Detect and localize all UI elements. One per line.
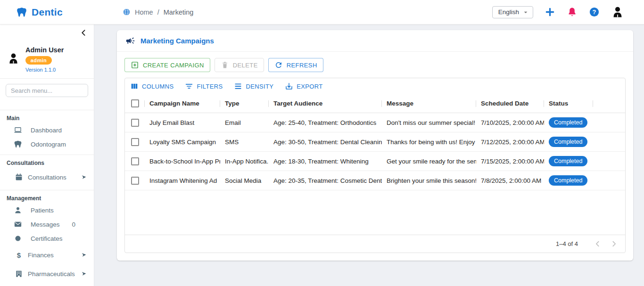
chevron-left-icon — [80, 29, 88, 37]
menu-search-input[interactable] — [6, 84, 88, 97]
columns-button[interactable]: COLUMNS — [130, 82, 173, 90]
sidebar-item-prescriptions[interactable]: Prescriptions — [0, 283, 94, 286]
add-button[interactable] — [545, 7, 555, 17]
help-button[interactable]: ? — [589, 7, 600, 17]
notifications-button[interactable] — [567, 7, 578, 17]
user-menu-button[interactable] — [611, 6, 624, 19]
sidebar-item-pharmaceuticals[interactable]: Pharmaceuticals — [0, 264, 94, 283]
language-select[interactable]: English — [492, 6, 533, 18]
row-checkbox[interactable] — [131, 157, 139, 165]
status-badge: Completed — [549, 175, 587, 186]
sidebar-item-label: Odontogram — [31, 141, 66, 148]
cell-status: Completed — [544, 156, 593, 166]
create-campaign-button[interactable]: CREATE CAMPAIGN — [124, 58, 210, 72]
user-name: Admin User — [25, 46, 64, 54]
delete-label: DELETE — [233, 62, 258, 69]
sidebar-collapse-button[interactable] — [80, 29, 88, 38]
checkbox-cell — [125, 132, 145, 151]
row-checkbox[interactable] — [131, 138, 139, 146]
sidebar-item-patients[interactable]: Patients — [0, 203, 94, 217]
column-header-type[interactable]: Type — [220, 94, 269, 113]
status-badge: Completed — [549, 137, 587, 147]
svg-text:?: ? — [593, 8, 596, 16]
tooth-logo-icon — [16, 7, 27, 18]
help-icon: ? — [589, 7, 600, 17]
table-row: Loyalty SMS CampaignSMSAge: 30-50, Treat… — [125, 132, 625, 152]
sidebar-item-messages[interactable]: Messages0 — [0, 217, 94, 231]
export-button[interactable]: EXPORT — [285, 82, 322, 90]
column-header-campaign-name[interactable]: Campaign Name — [145, 94, 220, 113]
main-content: Marketing Campaigns CREATE CAMPAIGN DELE… — [94, 25, 644, 286]
brand-name: Dentic — [32, 7, 63, 18]
sidebar-item-consultations[interactable]: Consultations — [0, 168, 94, 187]
sidebar: Admin User admin Version 1.1.0 MainDashb… — [0, 25, 94, 286]
column-header-status[interactable]: Status — [544, 94, 593, 113]
cell-date: 7/15/2025, 2:00:00 AM — [476, 158, 544, 165]
language-value: English — [498, 8, 519, 16]
cell-name: Loyalty SMS Campaign — [145, 139, 220, 146]
table-empty-space — [125, 190, 625, 235]
mail-icon — [13, 220, 23, 229]
column-header-filler — [593, 94, 625, 113]
filters-button[interactable]: FILTERS — [185, 82, 223, 90]
sidebar-section-label: Main — [0, 110, 94, 123]
status-badge: Completed — [549, 156, 587, 166]
filters-label: FILTERS — [197, 83, 223, 90]
trash-icon — [221, 61, 229, 69]
user-block: Admin User admin Version 1.1.0 — [0, 38, 94, 78]
submenu-arrow-icon — [81, 174, 87, 180]
breadcrumb-separator: / — [157, 8, 159, 16]
filter-icon — [185, 82, 193, 90]
calendar-icon — [14, 172, 24, 182]
header-checkbox[interactable] — [131, 99, 139, 107]
density-icon — [234, 82, 242, 90]
submenu-arrow-icon — [81, 252, 87, 258]
cell-message: Don't miss our summer special! — [382, 119, 476, 126]
sidebar-item-count: 0 — [72, 221, 76, 228]
export-label: EXPORT — [297, 83, 322, 90]
cell-audience: Age: 18-30, Treatment: Whitening — [269, 158, 382, 165]
column-header-message[interactable]: Message — [382, 94, 476, 113]
add-box-icon — [131, 61, 139, 69]
cell-date: 7/8/2025, 2:00:00 AM — [476, 177, 544, 184]
column-header-target-audience[interactable]: Target Audience — [269, 94, 382, 113]
sidebar-item-certificates[interactable]: Certificates — [0, 231, 94, 245]
tooth-icon — [13, 139, 23, 149]
sidebar-item-label: Pharmaceuticals — [28, 270, 75, 278]
sidebar-item-finances[interactable]: $Finances — [0, 245, 94, 264]
marketing-campaigns-card: Marketing Campaigns CREATE CAMPAIGN DELE… — [117, 30, 633, 261]
user-role-badge: admin — [25, 56, 52, 65]
seal-icon — [13, 234, 23, 243]
cell-type: SMS — [220, 139, 269, 146]
refresh-button[interactable]: REFRESH — [268, 58, 323, 72]
table-header-row: Campaign NameTypeTarget AudienceMessageS… — [125, 94, 625, 113]
pagination-prev-button[interactable] — [590, 237, 605, 251]
table-body: July Email BlastEmailAge: 25-40, Treatme… — [125, 113, 625, 190]
cell-audience: Age: 30-50, Treatment: Dental Cleaning — [269, 139, 382, 146]
app-version: Version 1.1.0 — [25, 67, 64, 73]
breadcrumb-home[interactable]: Home — [135, 8, 153, 16]
columns-icon — [130, 82, 139, 90]
checkbox-cell — [125, 113, 145, 132]
header-actions: English ? — [492, 6, 644, 19]
delete-button[interactable]: DELETE — [215, 58, 264, 72]
plus-icon — [545, 7, 555, 17]
pagination-next-button[interactable] — [607, 237, 621, 251]
sidebar-item-odontogram[interactable]: Odontogram — [0, 137, 94, 151]
download-icon — [285, 82, 293, 90]
cell-name: July Email Blast — [145, 119, 220, 126]
submenu-arrow-icon — [81, 270, 87, 277]
sidebar-item-dashboard[interactable]: Dashboard — [0, 123, 94, 137]
brand-logo[interactable]: Dentic — [0, 7, 94, 18]
page-title: Marketing Campaigns — [140, 37, 214, 45]
table-row: July Email BlastEmailAge: 25-40, Treatme… — [125, 113, 625, 132]
cell-message: Brighten your smile this season! — [382, 177, 476, 184]
cell-message: Thanks for being with us! Enjoy a ... — [382, 139, 476, 146]
sidebar-item-label: Certificates — [31, 235, 63, 242]
sidebar-section-main: MainDashboardOdontogram — [0, 110, 94, 155]
row-checkbox[interactable] — [131, 119, 139, 127]
sidebar-section-consultations: ConsultationsConsultations — [0, 155, 94, 190]
density-button[interactable]: DENSITY — [234, 82, 273, 90]
row-checkbox[interactable] — [131, 177, 139, 185]
column-header-scheduled-date[interactable]: Scheduled Date — [476, 94, 544, 113]
